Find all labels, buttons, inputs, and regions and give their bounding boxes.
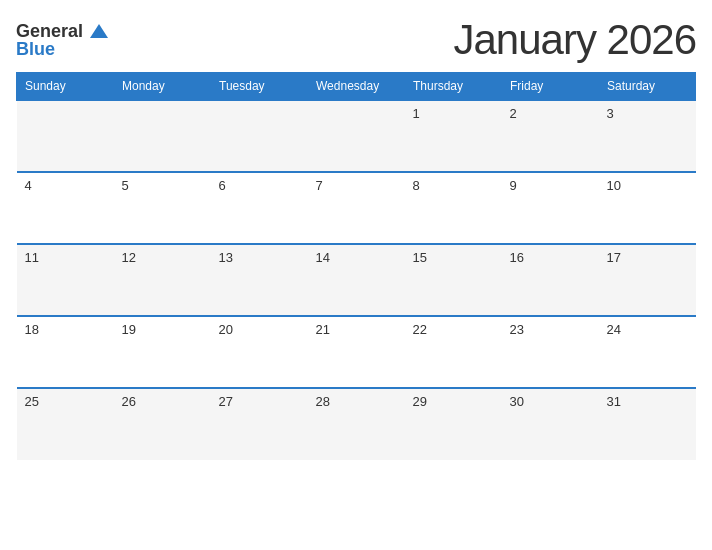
day-cell: 5: [114, 172, 211, 244]
day-cell: 25: [17, 388, 114, 460]
calendar-container: General Blue January 2026 Sunday Monday …: [0, 0, 712, 550]
day-cell: 12: [114, 244, 211, 316]
day-cell: 7: [308, 172, 405, 244]
day-cell: 28: [308, 388, 405, 460]
col-tuesday: Tuesday: [211, 73, 308, 101]
week-row-4: 18 19 20 21 22 23 24: [17, 316, 696, 388]
day-cell: 19: [114, 316, 211, 388]
day-cell: 24: [599, 316, 696, 388]
col-sunday: Sunday: [17, 73, 114, 101]
calendar-body: 1 2 3 4 5 6 7 8 9 10 11 12 13 14 15 16: [17, 100, 696, 460]
week-row-2: 4 5 6 7 8 9 10: [17, 172, 696, 244]
day-cell: 8: [405, 172, 502, 244]
logo-general-text: General: [16, 22, 108, 40]
day-cell: 14: [308, 244, 405, 316]
col-friday: Friday: [502, 73, 599, 101]
week-row-5: 25 26 27 28 29 30 31: [17, 388, 696, 460]
day-cell: 10: [599, 172, 696, 244]
col-thursday: Thursday: [405, 73, 502, 101]
logo-blue-row: Blue: [16, 40, 108, 58]
logo: General Blue: [16, 22, 108, 58]
calendar-title: January 2026: [453, 16, 696, 64]
day-cell: 1: [405, 100, 502, 172]
day-cell: 9: [502, 172, 599, 244]
day-cell: 26: [114, 388, 211, 460]
day-cell: 31: [599, 388, 696, 460]
day-cell: 23: [502, 316, 599, 388]
day-cell: 29: [405, 388, 502, 460]
day-cell: [211, 100, 308, 172]
calendar-header-row: Sunday Monday Tuesday Wednesday Thursday…: [17, 73, 696, 101]
day-cell: 11: [17, 244, 114, 316]
day-cell: 30: [502, 388, 599, 460]
day-cell: 17: [599, 244, 696, 316]
col-wednesday: Wednesday: [308, 73, 405, 101]
day-cell: 6: [211, 172, 308, 244]
calendar-header: General Blue January 2026: [16, 16, 696, 64]
day-cell: 3: [599, 100, 696, 172]
day-cell: 2: [502, 100, 599, 172]
logo-blue-text: Blue: [16, 40, 55, 58]
day-cell: [114, 100, 211, 172]
day-cell: 18: [17, 316, 114, 388]
calendar-grid: Sunday Monday Tuesday Wednesday Thursday…: [16, 72, 696, 460]
day-cell: 21: [308, 316, 405, 388]
day-cell: 27: [211, 388, 308, 460]
day-cell: 22: [405, 316, 502, 388]
day-cell: 16: [502, 244, 599, 316]
day-cell: 4: [17, 172, 114, 244]
day-cell: 13: [211, 244, 308, 316]
day-cell: 15: [405, 244, 502, 316]
week-row-3: 11 12 13 14 15 16 17: [17, 244, 696, 316]
day-cell: 20: [211, 316, 308, 388]
col-monday: Monday: [114, 73, 211, 101]
week-row-1: 1 2 3: [17, 100, 696, 172]
col-saturday: Saturday: [599, 73, 696, 101]
day-cell: [308, 100, 405, 172]
day-cell: [17, 100, 114, 172]
